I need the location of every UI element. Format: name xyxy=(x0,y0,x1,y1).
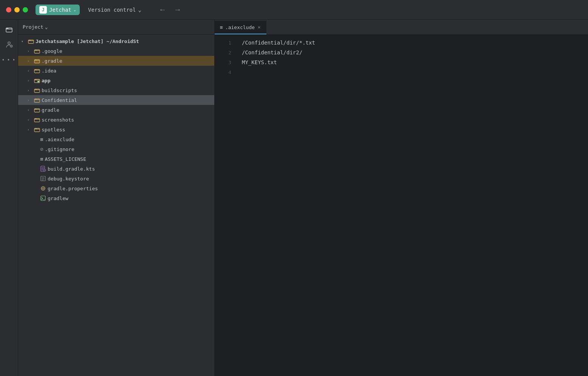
code-line-2: /Confidential/dir2/ xyxy=(242,48,588,57)
sidebar-item-more[interactable]: ··· xyxy=(2,53,16,66)
folder-icon xyxy=(34,126,40,133)
item-name-idea: .idea xyxy=(42,68,56,74)
project-panel: Project ⌄ ▾ Jetchatsample [Jetchat] ~/An… xyxy=(18,20,215,376)
tab-close-button[interactable]: ✕ xyxy=(257,24,261,31)
folder-special-icon xyxy=(34,58,40,64)
root-folder-icon xyxy=(28,38,34,44)
sidebar-item-git[interactable] xyxy=(2,38,16,51)
svg-point-15 xyxy=(43,169,46,171)
folder-confidential-icon xyxy=(34,97,40,103)
item-name-gradle-properties: gradle.properties xyxy=(48,186,98,191)
item-name-build-gradle: build.gradle.kts xyxy=(48,166,95,172)
chevron-right-icon: › xyxy=(27,49,32,53)
chevron-right-icon: › xyxy=(27,69,32,73)
line-numbers: 1 2 3 4 xyxy=(215,35,236,376)
folder-icon xyxy=(34,107,40,113)
tree-item-gradle-properties[interactable]: › gradle.properties xyxy=(18,183,214,193)
sidebar-item-project[interactable] xyxy=(2,23,16,36)
chevron-right-icon: › xyxy=(27,108,32,112)
editor-tabs: ≡ .aiexclude ✕ xyxy=(215,20,588,35)
folder-icon xyxy=(34,117,40,123)
line-number-4: 4 xyxy=(215,67,236,77)
editor-tab-aiexclude[interactable]: ≡ .aiexclude ✕ xyxy=(215,21,266,34)
tree-item-buildscripts[interactable]: › buildscripts xyxy=(18,85,214,95)
item-name-aiexclude: .aiexclude xyxy=(45,137,74,142)
folder-app-icon xyxy=(34,77,40,83)
person-icon xyxy=(5,41,13,48)
item-name-gitignore: .gitignore xyxy=(45,146,74,152)
tree-item-debug-keystore[interactable]: › debug.keystore xyxy=(18,174,214,183)
file-terminal-icon xyxy=(40,195,46,201)
item-name-gradle: gradle xyxy=(42,107,59,113)
chevron-right-icon: › xyxy=(27,128,32,132)
editor-content: 1 2 3 4 /Confidential/dir/*.txt /Confide… xyxy=(215,35,588,376)
tree-item-gradle[interactable]: › gradle xyxy=(18,105,214,115)
app-chevron-icon: ⌄ xyxy=(74,8,76,12)
item-name-debug-keystore: debug.keystore xyxy=(48,176,89,182)
code-content[interactable]: /Confidential/dir/*.txt /Confidential/di… xyxy=(236,35,588,376)
tree-item-assets-license[interactable]: › ≡ ASSETS_LICENSE xyxy=(18,154,214,164)
root-name: Jetchatsample [Jetchat] ~/AndroidSt xyxy=(36,39,139,44)
close-button[interactable] xyxy=(6,7,11,12)
tree-item-confidential[interactable]: › Confidential xyxy=(18,95,214,105)
item-name-app: app xyxy=(42,78,50,83)
item-name-confidential: Confidential xyxy=(42,97,77,103)
svg-point-1 xyxy=(8,42,10,44)
code-line-1: /Confidential/dir/*.txt xyxy=(242,38,588,48)
chevron-right-icon: › xyxy=(27,88,32,92)
folder-icon xyxy=(34,87,40,93)
file-gear-icon xyxy=(40,185,46,191)
panel-header: Project ⌄ xyxy=(18,20,214,35)
item-name-gradle-dot: .gradle xyxy=(42,58,62,64)
chevron-right-icon: › xyxy=(27,59,32,63)
minimize-button[interactable] xyxy=(14,7,20,12)
file-ignore-icon: ⊘ xyxy=(40,146,43,152)
nav-arrows: ← → xyxy=(156,5,184,15)
panel-chevron-icon: ⌄ xyxy=(45,24,48,30)
tree-item-screenshots[interactable]: › screenshots xyxy=(18,115,214,125)
line-number-1: 1 xyxy=(215,38,236,48)
project-panel-title[interactable]: Project ⌄ xyxy=(23,24,48,30)
forward-button[interactable]: → xyxy=(171,5,184,15)
main-content: ··· Project ⌄ ▾ Jetchatsample [Jetchat] … xyxy=(0,20,588,376)
chevron-down-icon: › xyxy=(27,98,32,102)
app-menu[interactable]: J Jetchat ⌄ xyxy=(36,5,80,15)
traffic-lights xyxy=(6,7,28,12)
chevron-down-icon: ▾ xyxy=(21,39,26,43)
tree-item-gitignore[interactable]: › ⊘ .gitignore xyxy=(18,144,214,154)
file-list-icon: ≡ xyxy=(40,136,43,142)
item-name-google: .google xyxy=(42,48,62,54)
code-line-3: MY_KEYS.txt xyxy=(242,57,588,67)
item-name-buildscripts: buildscripts xyxy=(42,88,77,93)
item-name-screenshots: screenshots xyxy=(42,117,74,123)
file-text-icon: ≡ xyxy=(40,156,43,162)
tree-root[interactable]: ▾ Jetchatsample [Jetchat] ~/AndroidSt xyxy=(18,36,214,46)
tree-item-aiexclude[interactable]: › ≡ .aiexclude xyxy=(18,134,214,144)
line-number-3: 3 xyxy=(215,57,236,67)
tree-item-google[interactable]: › .google xyxy=(18,46,214,56)
item-name-assets-license: ASSETS_LICENSE xyxy=(45,156,86,162)
version-control-button[interactable]: Version control ⌄ xyxy=(84,5,145,14)
folder-icon xyxy=(34,68,40,74)
tree-item-app[interactable]: › app xyxy=(18,76,214,85)
file-build-icon xyxy=(40,166,46,172)
tree-item-idea[interactable]: › .idea xyxy=(18,66,214,76)
file-key-icon xyxy=(40,176,46,182)
back-button[interactable]: ← xyxy=(156,5,169,15)
sidebar-icons: ··· xyxy=(0,20,18,376)
editor-area: ≡ .aiexclude ✕ 1 2 3 4 /Confidential/dir… xyxy=(215,20,588,376)
maximize-button[interactable] xyxy=(23,7,28,12)
tab-file-icon: ≡ xyxy=(220,25,223,30)
tree-item-gradlew[interactable]: › gradlew xyxy=(18,193,214,203)
tab-label: .aiexclude xyxy=(225,25,255,30)
svg-point-18 xyxy=(42,188,44,189)
chevron-right-icon: › xyxy=(27,79,32,83)
tree-item-gradle-highlighted[interactable]: › .gradle xyxy=(18,56,214,66)
app-name: Jetchat xyxy=(49,7,71,13)
svg-rect-19 xyxy=(41,196,45,200)
tree-item-spotless[interactable]: › spotless xyxy=(18,125,214,134)
chevron-right-icon: › xyxy=(27,118,32,122)
version-control-chevron-icon: ⌄ xyxy=(138,7,141,13)
tree-item-build-gradle[interactable]: › build.gradle.kts xyxy=(18,164,214,174)
item-name-gradlew: gradlew xyxy=(48,196,68,201)
